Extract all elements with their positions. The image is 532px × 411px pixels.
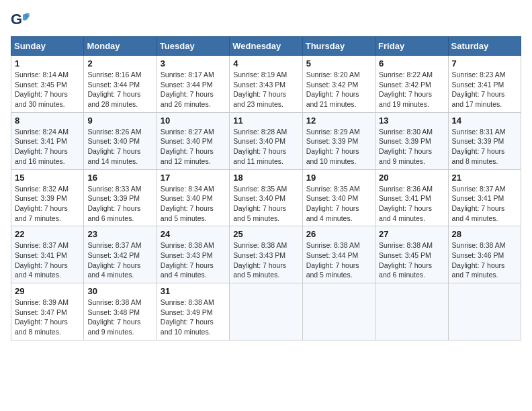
calendar-cell: 4Sunrise: 8:19 AM Sunset: 3:43 PM Daylig… xyxy=(230,56,302,113)
calendar-cell: 27Sunrise: 8:38 AM Sunset: 3:45 PM Dayli… xyxy=(375,226,448,283)
header-saturday: Saturday xyxy=(448,37,521,56)
day-info: Sunrise: 8:23 AM Sunset: 3:41 PM Dayligh… xyxy=(452,70,517,109)
header-monday: Monday xyxy=(84,37,157,56)
day-number: 28 xyxy=(452,229,517,239)
day-number: 25 xyxy=(233,229,298,239)
day-info: Sunrise: 8:38 AM Sunset: 3:49 PM Dayligh… xyxy=(161,298,226,337)
calendar-header-row: SundayMondayTuesdayWednesdayThursdayFrid… xyxy=(11,37,521,56)
calendar-cell: 19Sunrise: 8:35 AM Sunset: 3:40 PM Dayli… xyxy=(302,169,375,226)
day-info: Sunrise: 8:22 AM Sunset: 3:42 PM Dayligh… xyxy=(379,70,444,109)
day-number: 2 xyxy=(87,58,152,68)
calendar-cell: 17Sunrise: 8:34 AM Sunset: 3:40 PM Dayli… xyxy=(157,169,229,226)
calendar-cell: 9Sunrise: 8:26 AM Sunset: 3:40 PM Daylig… xyxy=(84,112,157,169)
calendar-cell: 12Sunrise: 8:29 AM Sunset: 3:39 PM Dayli… xyxy=(302,112,375,169)
calendar-cell: 28Sunrise: 8:38 AM Sunset: 3:46 PM Dayli… xyxy=(448,226,521,283)
day-info: Sunrise: 8:38 AM Sunset: 3:45 PM Dayligh… xyxy=(379,240,444,280)
calendar-cell xyxy=(448,283,521,340)
logo-icon: G xyxy=(11,11,30,30)
day-number: 14 xyxy=(452,116,517,126)
day-number: 3 xyxy=(161,58,226,68)
calendar-cell: 23Sunrise: 8:37 AM Sunset: 3:42 PM Dayli… xyxy=(84,226,157,283)
day-number: 10 xyxy=(161,116,226,126)
day-number: 30 xyxy=(87,286,152,296)
week-row-1: 1Sunrise: 8:14 AM Sunset: 3:45 PM Daylig… xyxy=(11,56,521,113)
calendar-cell: 11Sunrise: 8:28 AM Sunset: 3:40 PM Dayli… xyxy=(230,112,302,169)
week-row-4: 22Sunrise: 8:37 AM Sunset: 3:41 PM Dayli… xyxy=(11,226,521,283)
day-number: 17 xyxy=(161,173,226,183)
header-tuesday: Tuesday xyxy=(157,37,229,56)
day-info: Sunrise: 8:30 AM Sunset: 3:39 PM Dayligh… xyxy=(379,127,444,167)
calendar-cell: 16Sunrise: 8:33 AM Sunset: 3:39 PM Dayli… xyxy=(84,169,157,226)
calendar-cell: 8Sunrise: 8:24 AM Sunset: 3:41 PM Daylig… xyxy=(11,112,84,169)
day-info: Sunrise: 8:27 AM Sunset: 3:40 PM Dayligh… xyxy=(161,127,226,167)
day-number: 11 xyxy=(233,116,298,126)
day-number: 26 xyxy=(306,229,371,239)
day-info: Sunrise: 8:14 AM Sunset: 3:45 PM Dayligh… xyxy=(15,70,80,109)
header-sunday: Sunday xyxy=(11,37,84,56)
day-info: Sunrise: 8:35 AM Sunset: 3:40 PM Dayligh… xyxy=(233,184,298,224)
calendar-cell: 5Sunrise: 8:20 AM Sunset: 3:42 PM Daylig… xyxy=(302,56,375,113)
calendar-cell xyxy=(375,283,448,340)
calendar-cell: 14Sunrise: 8:31 AM Sunset: 3:39 PM Dayli… xyxy=(448,112,521,169)
calendar-cell: 7Sunrise: 8:23 AM Sunset: 3:41 PM Daylig… xyxy=(448,56,521,113)
header-thursday: Thursday xyxy=(302,37,375,56)
calendar-cell: 20Sunrise: 8:36 AM Sunset: 3:41 PM Dayli… xyxy=(375,169,448,226)
calendar-cell: 10Sunrise: 8:27 AM Sunset: 3:40 PM Dayli… xyxy=(157,112,229,169)
calendar-cell: 3Sunrise: 8:17 AM Sunset: 3:44 PM Daylig… xyxy=(157,56,229,113)
day-number: 15 xyxy=(15,173,80,183)
day-number: 8 xyxy=(15,116,80,126)
week-row-2: 8Sunrise: 8:24 AM Sunset: 3:41 PM Daylig… xyxy=(11,112,521,169)
day-number: 21 xyxy=(452,173,517,183)
day-number: 19 xyxy=(306,173,371,183)
day-number: 1 xyxy=(15,58,80,68)
day-number: 13 xyxy=(379,116,444,126)
calendar-cell: 26Sunrise: 8:38 AM Sunset: 3:44 PM Dayli… xyxy=(302,226,375,283)
calendar-cell: 1Sunrise: 8:14 AM Sunset: 3:45 PM Daylig… xyxy=(11,56,84,113)
calendar-cell: 21Sunrise: 8:37 AM Sunset: 3:41 PM Dayli… xyxy=(448,169,521,226)
day-info: Sunrise: 8:17 AM Sunset: 3:44 PM Dayligh… xyxy=(161,70,226,109)
calendar-cell xyxy=(302,283,375,340)
calendar-cell: 22Sunrise: 8:37 AM Sunset: 3:41 PM Dayli… xyxy=(11,226,84,283)
day-number: 23 xyxy=(87,229,152,239)
day-number: 20 xyxy=(379,173,444,183)
day-info: Sunrise: 8:36 AM Sunset: 3:41 PM Dayligh… xyxy=(379,184,444,224)
calendar-cell: 29Sunrise: 8:39 AM Sunset: 3:47 PM Dayli… xyxy=(11,283,84,340)
day-info: Sunrise: 8:39 AM Sunset: 3:47 PM Dayligh… xyxy=(15,298,80,337)
page-header: G xyxy=(11,11,521,30)
calendar-cell: 13Sunrise: 8:30 AM Sunset: 3:39 PM Dayli… xyxy=(375,112,448,169)
week-row-5: 29Sunrise: 8:39 AM Sunset: 3:47 PM Dayli… xyxy=(11,283,521,340)
day-number: 29 xyxy=(15,286,80,296)
day-info: Sunrise: 8:37 AM Sunset: 3:41 PM Dayligh… xyxy=(15,240,80,280)
day-info: Sunrise: 8:28 AM Sunset: 3:40 PM Dayligh… xyxy=(233,127,298,167)
calendar-cell: 18Sunrise: 8:35 AM Sunset: 3:40 PM Dayli… xyxy=(230,169,302,226)
day-info: Sunrise: 8:16 AM Sunset: 3:44 PM Dayligh… xyxy=(87,70,152,109)
calendar-cell: 6Sunrise: 8:22 AM Sunset: 3:42 PM Daylig… xyxy=(375,56,448,113)
day-info: Sunrise: 8:19 AM Sunset: 3:43 PM Dayligh… xyxy=(233,70,298,109)
day-info: Sunrise: 8:38 AM Sunset: 3:43 PM Dayligh… xyxy=(233,240,298,280)
day-number: 12 xyxy=(306,116,371,126)
header-wednesday: Wednesday xyxy=(230,37,302,56)
calendar-cell: 31Sunrise: 8:38 AM Sunset: 3:49 PM Dayli… xyxy=(157,283,229,340)
day-info: Sunrise: 8:38 AM Sunset: 3:44 PM Dayligh… xyxy=(306,240,371,280)
day-number: 24 xyxy=(161,229,226,239)
day-info: Sunrise: 8:38 AM Sunset: 3:48 PM Dayligh… xyxy=(87,298,152,337)
day-number: 27 xyxy=(379,229,444,239)
day-number: 9 xyxy=(87,116,152,126)
day-number: 22 xyxy=(15,229,80,239)
calendar-cell xyxy=(230,283,302,340)
calendar-table: SundayMondayTuesdayWednesdayThursdayFrid… xyxy=(11,36,521,340)
day-number: 4 xyxy=(233,58,298,68)
day-info: Sunrise: 8:26 AM Sunset: 3:40 PM Dayligh… xyxy=(87,127,152,167)
day-info: Sunrise: 8:24 AM Sunset: 3:41 PM Dayligh… xyxy=(15,127,80,167)
day-info: Sunrise: 8:20 AM Sunset: 3:42 PM Dayligh… xyxy=(306,70,371,109)
day-info: Sunrise: 8:29 AM Sunset: 3:39 PM Dayligh… xyxy=(306,127,371,167)
day-number: 6 xyxy=(379,58,444,68)
calendar-cell: 24Sunrise: 8:38 AM Sunset: 3:43 PM Dayli… xyxy=(157,226,229,283)
header-friday: Friday xyxy=(375,37,448,56)
svg-text:G: G xyxy=(11,11,22,28)
week-row-3: 15Sunrise: 8:32 AM Sunset: 3:39 PM Dayli… xyxy=(11,169,521,226)
calendar-cell: 2Sunrise: 8:16 AM Sunset: 3:44 PM Daylig… xyxy=(84,56,157,113)
day-info: Sunrise: 8:32 AM Sunset: 3:39 PM Dayligh… xyxy=(15,184,80,224)
day-info: Sunrise: 8:38 AM Sunset: 3:43 PM Dayligh… xyxy=(161,240,226,280)
day-info: Sunrise: 8:34 AM Sunset: 3:40 PM Dayligh… xyxy=(161,184,226,224)
